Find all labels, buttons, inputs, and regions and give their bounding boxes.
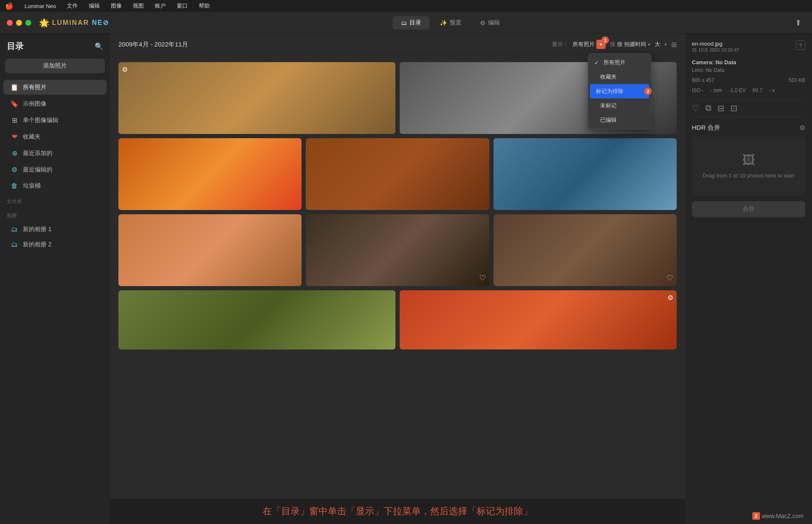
logo-text: LUMINAR NE⊘	[52, 19, 109, 27]
sidebar-album-2[interactable]: 🗂 新的相册 2	[3, 238, 107, 251]
copy-icon[interactable]: ⧉	[705, 103, 711, 113]
bottom-annotation: 在「目录」窗中单击「显示」下拉菜单，然后选择「标记为排除」	[110, 499, 685, 524]
tab-catalog-label: 目录	[409, 19, 421, 27]
tab-edit[interactable]: ⚙ 编辑	[472, 16, 508, 30]
sidebar-item-favorites[interactable]: ❤ 收藏夹	[3, 129, 107, 144]
photo-thumb-alley[interactable]: ♡	[306, 214, 489, 286]
crop-icon[interactable]: ⊡	[730, 103, 738, 113]
titlebar-left: 🌟 LUMINAR NE⊘	[7, 18, 109, 28]
date-range: 2009年4月 - 2022年11月	[118, 41, 188, 49]
trash-icon: 🗑	[10, 182, 19, 190]
tab-presets[interactable]: ✨ 预置	[431, 16, 470, 30]
hdr-drop-area[interactable]: 🖼 Drag from 1 to 10 photos here to start	[692, 137, 805, 196]
photo-thumb-tree[interactable]	[118, 290, 395, 349]
edit-icon: ⚙	[480, 19, 486, 26]
menubar-item-edit[interactable]: 编辑	[87, 1, 102, 11]
menubar: 🍎 Luminar Neo 文件 编辑 图像 视图 账户 窗口 帮助	[0, 0, 812, 12]
hdr-section: HDR 合并 ⚙ 🖼 Drag from 1 to 10 photos here…	[692, 124, 805, 217]
display-dropdown-arrow[interactable]: ▾ 1 所有照片 收藏夹 标记为排除 2	[596, 40, 606, 49]
merge-button[interactable]: 合并	[692, 201, 805, 217]
photo-thumb-sunset[interactable]	[118, 138, 302, 210]
hdr-settings-icon[interactable]: ⚙	[799, 124, 805, 132]
hdr-drop-text: Drag from 1 to 10 photos here to start	[703, 172, 795, 180]
sidebar-item-sample-images[interactable]: 🔖 示例图像	[3, 96, 107, 111]
adjust-icon: ⚙	[122, 66, 128, 74]
menubar-item-help[interactable]: 帮助	[197, 1, 211, 11]
traffic-light-close[interactable]	[7, 20, 13, 26]
sidebar-title: 目录	[7, 41, 24, 52]
photo-thumb-arch[interactable]: ♡	[494, 214, 677, 286]
dropdown-item-rejected-label: 标记为排除	[596, 87, 623, 95]
dimensions-row: 685 x 457 533 KB	[692, 77, 805, 83]
sort-arrow-icon[interactable]: ▾	[648, 42, 650, 47]
hdr-header: HDR 合并 ⚙	[692, 124, 805, 132]
album2-icon: 🗂	[10, 241, 19, 248]
recently-edited-icon: ⚙	[10, 166, 19, 174]
photo-thumb-cattle[interactable]: ⚙	[118, 62, 395, 134]
titlebar-tabs: 🗂 目录 ✨ 预置 ⚙ 编辑	[392, 16, 508, 30]
photo-row-2	[118, 138, 677, 210]
traffic-light-minimize[interactable]	[16, 20, 22, 26]
sort-label: 按	[610, 41, 615, 48]
dropdown-item-rejected[interactable]: 标记为排除 2	[590, 84, 649, 98]
photo-row-4: ⚙	[118, 290, 677, 362]
filesize: 533 KB	[789, 77, 805, 83]
menubar-item-view[interactable]: 视图	[131, 1, 145, 11]
size-label: 大	[655, 41, 660, 48]
panel-question-button[interactable]: ?	[796, 41, 805, 50]
step-badge-1: 1	[601, 36, 609, 44]
main-layout: 目录 🔍 添加照片 📋 所有照片 🔖 示例图像 ⊞ 单个图像编辑 ❤ 收藏夹 ⊕…	[0, 34, 812, 524]
traffic-light-fullscreen[interactable]	[25, 20, 31, 26]
shutter: - s	[769, 87, 775, 93]
share-button[interactable]: ⬆	[792, 16, 805, 30]
exif-row: ISO - - mm -1.0 EV f/0.7 - s	[692, 87, 805, 93]
photo-row-3: ♡ ♡	[118, 214, 677, 286]
photo-thumb-canyon[interactable]	[118, 214, 302, 286]
photo-thumb-harbor[interactable]	[494, 138, 677, 210]
titlebar: 🌟 LUMINAR NE⊘ 🗂 目录 ✨ 预置 ⚙ 编辑 ⬆	[0, 12, 812, 34]
dropdown-item-unmarked[interactable]: 未标记	[588, 98, 651, 113]
hdr-drop-icon: 🖼	[742, 153, 755, 167]
aperture: f/0.7	[752, 87, 762, 93]
sort-wrapper: 按 按 拍摄时间 ▾	[610, 41, 650, 48]
size-arrow-icon[interactable]: ▾	[664, 42, 667, 47]
sidebar-item-single-edit[interactable]: ⊞ 单个图像编辑	[3, 113, 107, 128]
tab-catalog[interactable]: 🗂 目录	[392, 16, 430, 30]
dropdown-item-edited[interactable]: 已编辑	[588, 113, 651, 127]
tab-presets-label: 预置	[450, 19, 461, 27]
folders-section-label: 文件夹	[0, 195, 110, 207]
sidebar-album-1[interactable]: 🗂 新的相册 1	[3, 223, 107, 236]
menubar-item-file[interactable]: 文件	[65, 1, 80, 11]
frame-icon[interactable]: ⊟	[717, 103, 724, 113]
menubar-item-window[interactable]: 窗口	[175, 1, 189, 11]
sidebar-item-recently-added[interactable]: ⊕ 最近添加的	[3, 146, 107, 161]
content-header: 2009年4月 - 2022年11月 显示： 所有照片 ▾ 1 所有照片	[110, 34, 685, 55]
hdr-title: HDR 合并	[692, 124, 720, 132]
sidebar-item-all-photos[interactable]: 📋 所有照片	[3, 80, 107, 95]
menubar-item-image[interactable]: 图像	[109, 1, 123, 11]
add-photo-button[interactable]: 添加照片	[5, 59, 105, 73]
display-select-wrapper: 所有照片 ▾ 1 所有照片 收藏夹	[573, 40, 606, 49]
dropdown-item-all-photos[interactable]: 所有照片	[588, 55, 651, 70]
content-area: 2009年4月 - 2022年11月 显示： 所有照片 ▾ 1 所有照片	[110, 34, 685, 524]
photo-thumb-sunset2[interactable]: ⚙	[400, 290, 677, 349]
grid-toggle-icon[interactable]: ⊞	[671, 41, 677, 49]
sample-images-icon: 🔖	[10, 100, 19, 108]
albums-section-label: 相册	[0, 209, 110, 221]
dropdown-item-all-photos-label: 所有照片	[604, 59, 625, 66]
lens-info: Lens: No Data	[692, 67, 805, 73]
panel-photo-info: en-mood.jpg 31 10月 2022 10:32:47 ?	[692, 41, 805, 53]
sidebar-item-recently-edited[interactable]: ⚙ 最近编辑的	[3, 162, 107, 177]
sidebar: 目录 🔍 添加照片 📋 所有照片 🔖 示例图像 ⊞ 单个图像编辑 ❤ 收藏夹 ⊕…	[0, 34, 110, 524]
menubar-item-account[interactable]: 账户	[153, 1, 167, 11]
photo-thumb-city[interactable]	[306, 138, 489, 210]
favorites-icon: ❤	[10, 133, 19, 141]
sidebar-item-trash[interactable]: 🗑 垃圾桶	[3, 179, 107, 193]
heart-icon-2: ♡	[667, 273, 673, 283]
sidebar-search-icon[interactable]: 🔍	[95, 42, 103, 50]
like-icon[interactable]: ♡	[692, 103, 700, 113]
tab-edit-label: 编辑	[488, 19, 500, 27]
menubar-item-app[interactable]: Luminar Neo	[23, 2, 58, 10]
all-photos-icon: 📋	[10, 83, 19, 91]
dropdown-item-favorites[interactable]: 收藏夹	[588, 70, 651, 84]
